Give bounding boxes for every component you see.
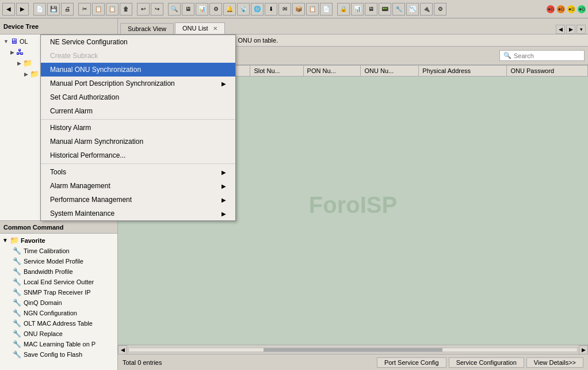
common-command-header: Common Command xyxy=(0,221,117,234)
tab-bar: Subrack View ONU List ✕ ◀ ▶ ▾ xyxy=(118,18,588,35)
tab-nav-left[interactable]: ◀ xyxy=(556,25,565,34)
menu-system-maintenance[interactable]: System Maintenance ▶ xyxy=(41,207,235,220)
common-command-label: Common Command xyxy=(3,224,64,231)
toolbar-btn-undo[interactable]: ↩ xyxy=(137,3,150,16)
cmd-wrench-icon-5: 🔧 xyxy=(13,288,21,296)
tab-close-icon[interactable]: ✕ xyxy=(213,25,217,32)
cmd-label-bandwidth-profile: Bandwidth Profile xyxy=(24,268,73,275)
menu-performance-management-label: Performance Management xyxy=(50,196,132,204)
toolbar-btn-cut[interactable]: ✂ xyxy=(78,3,91,16)
col-pon-num: PON Nu... xyxy=(303,66,361,77)
tab-nav-down[interactable]: ▾ xyxy=(576,25,586,34)
cmd-mac-learning[interactable]: 🔧 MAC Learning Table on P xyxy=(1,339,116,349)
toolbar-btn-delete[interactable]: 🗑 xyxy=(120,3,132,16)
cmd-label-time-calibration: Time Calibration xyxy=(24,247,70,254)
toolbar-btn-alarm[interactable]: 🔔 xyxy=(223,3,236,16)
toolbar-btn-back[interactable]: ◀ xyxy=(2,3,15,16)
search-input[interactable] xyxy=(514,52,571,59)
scroll-track[interactable] xyxy=(128,348,578,352)
toolbar-btn-data[interactable]: 📊 xyxy=(351,3,364,16)
toolbar-btn-device[interactable]: 📟 xyxy=(379,3,391,16)
toolbar-btn-save[interactable]: 💾 xyxy=(47,3,60,16)
toolbar-btn-settings[interactable]: ⚙ xyxy=(209,3,222,16)
toolbar-btn-config[interactable]: ⚙ xyxy=(434,3,446,16)
tl-yellow: ● 0 xyxy=(567,5,575,13)
view-details-btn[interactable]: View Details>> xyxy=(526,357,583,368)
toolbar-btn-chart[interactable]: 📊 xyxy=(196,3,208,16)
toolbar-btn-forward[interactable]: ▶ xyxy=(16,3,29,16)
service-configuration-btn[interactable]: Service Configuration xyxy=(449,357,524,368)
scroll-right-btn[interactable]: ▶ xyxy=(579,345,588,354)
tl-green: ● 0 xyxy=(578,5,586,13)
toolbar-btn-network[interactable]: 📡 xyxy=(237,3,250,16)
menu-historical-performance-label: Historical Performance... xyxy=(50,151,125,159)
menu-arrow-icon-2: ▶ xyxy=(222,169,226,176)
menu-current-alarm[interactable]: Current Alarm xyxy=(41,104,235,118)
menu-manual-alarm-sync[interactable]: Manual Alarm Synchronization xyxy=(41,135,235,148)
cmd-olt-mac[interactable]: 🔧 OLT MAC Address Table xyxy=(1,318,116,329)
cmd-qinq-domain[interactable]: 🔧 QinQ Domain xyxy=(1,297,116,308)
menu-manual-onu-sync[interactable]: Manual ONU Synchronization xyxy=(41,63,235,77)
toolbar-btn-package[interactable]: 📦 xyxy=(292,3,305,16)
common-command-content[interactable]: ▼ 📁 Favorite 🔧 Time Calibration 🔧 Servic… xyxy=(0,234,117,370)
cmd-bandwidth-profile[interactable]: 🔧 Bandwidth Profile xyxy=(1,266,116,277)
tl-red: ● 0 xyxy=(547,5,555,13)
toolbar-btn-monitor[interactable]: 🖥 xyxy=(182,3,194,16)
toolbar-btn-doc[interactable]: 📄 xyxy=(320,3,333,16)
device-tree-header: Device Tree xyxy=(0,18,117,35)
favorite-folder[interactable]: ▼ 📁 Favorite xyxy=(1,235,116,246)
cmd-onu-replace[interactable]: 🔧 ONU Replace xyxy=(1,329,116,339)
toolbar-btn-search[interactable]: 🔍 xyxy=(168,3,181,16)
toolbar-btn-lock[interactable]: 🔒 xyxy=(337,3,350,16)
tab-onu-label: ONU List xyxy=(182,25,208,32)
tab-subrack-view[interactable]: Subrack View xyxy=(120,23,174,34)
scroll-thumb[interactable] xyxy=(264,348,443,352)
menu-historical-performance[interactable]: Historical Performance... xyxy=(41,148,235,162)
scroll-left-btn[interactable]: ◀ xyxy=(118,345,127,354)
toolbar-btn-redo[interactable]: ↪ xyxy=(151,3,163,16)
toolbar-btn-display[interactable]: 🖥 xyxy=(365,3,377,16)
cmd-time-calibration[interactable]: 🔧 Time Calibration xyxy=(1,246,116,256)
favorite-label: Favorite xyxy=(21,237,45,244)
menu-manual-port-desc[interactable]: Manual Port Description Synchronization … xyxy=(41,77,235,90)
toolbar-btn-globe[interactable]: 🌐 xyxy=(251,3,264,16)
folder-expand-icon: ▼ xyxy=(2,237,8,243)
menu-alarm-management[interactable]: Alarm Management ▶ xyxy=(41,179,235,193)
toolbar-btn-list[interactable]: 📋 xyxy=(306,3,319,16)
toolbar-btn-new[interactable]: 📄 xyxy=(33,3,46,16)
toolbar-btn-wrench[interactable]: 🔧 xyxy=(392,3,405,16)
cmd-wrench-icon-10: 🔧 xyxy=(13,340,21,348)
search-box[interactable]: 🔍 xyxy=(499,50,585,61)
menu-create-subrack: Create Subrack xyxy=(41,49,235,63)
tab-onu-list[interactable]: ONU List ✕ xyxy=(175,22,225,34)
traffic-lights: ● 0 ● 0 ● 0 ● 0 xyxy=(547,5,586,13)
common-command-panel: Common Command ▼ 📁 Favorite 🔧 Time Calib… xyxy=(0,220,117,370)
menu-arrow-icon-4: ▶ xyxy=(222,197,226,203)
tab-nav-right[interactable]: ▶ xyxy=(566,25,575,34)
cmd-label-qinq-domain: QinQ Domain xyxy=(24,299,62,306)
cmd-local-end-service[interactable]: 🔧 Local End Service Outter xyxy=(1,277,116,287)
toolbar-btn-mail[interactable]: ✉ xyxy=(278,3,291,16)
menu-manual-onu-sync-label: Manual ONU Synchronization xyxy=(50,66,141,74)
port-service-config-btn[interactable]: Port Service Config xyxy=(377,357,446,368)
cmd-ngn-config[interactable]: 🔧 NGN Configuration xyxy=(1,308,116,318)
menu-history-alarm[interactable]: History Alarm xyxy=(41,121,235,135)
menu-ne-service-config[interactable]: NE Service Configuration xyxy=(41,35,235,49)
toolbar-btn-download[interactable]: ⬇ xyxy=(265,3,277,16)
menu-tools[interactable]: Tools ▶ xyxy=(41,165,235,179)
menu-alarm-management-label: Alarm Management xyxy=(50,182,110,190)
col-onu-num: ONU Nu... xyxy=(361,66,419,77)
toolbar-btn-graph[interactable]: 📉 xyxy=(406,3,419,16)
toolbar-btn-plug[interactable]: 🔌 xyxy=(420,3,433,16)
menu-performance-management[interactable]: Performance Management ▶ xyxy=(41,193,235,207)
tl-orange: ● 0 xyxy=(557,5,565,13)
cmd-snmp-trap[interactable]: 🔧 SNMP Trap Receiver IP xyxy=(1,287,116,297)
toolbar-btn-copy[interactable]: 📋 xyxy=(92,3,105,16)
cmd-save-config[interactable]: 🔧 Save Config to Flash xyxy=(1,349,116,360)
menu-set-card-auth[interactable]: Set Card Authorization xyxy=(41,90,235,104)
cmd-service-model-profile[interactable]: 🔧 Service Model Profile xyxy=(1,256,116,266)
status-bar: Total 0 entries Port Service Config Serv… xyxy=(118,354,588,370)
toolbar-btn-paste[interactable]: 📋 xyxy=(106,3,119,16)
toolbar-btn-print[interactable]: 🖨 xyxy=(61,3,74,16)
cmd-label-snmp-trap: SNMP Trap Receiver IP xyxy=(24,289,91,296)
